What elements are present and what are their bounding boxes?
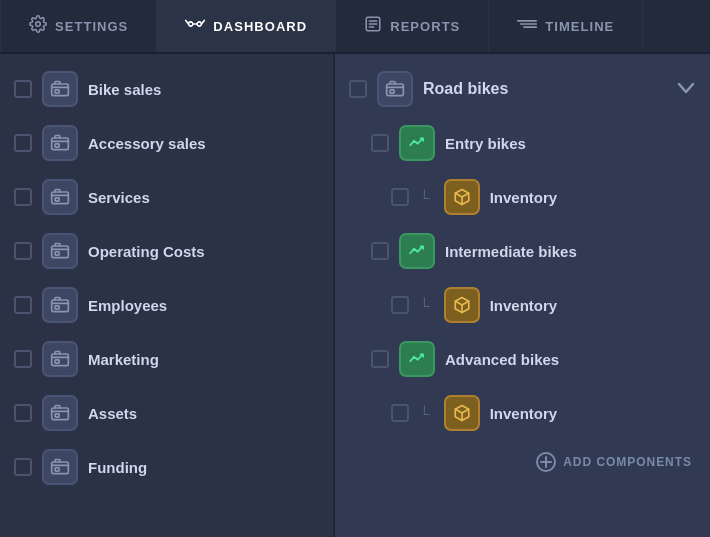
svg-rect-28 [55,468,59,471]
folder-icon-assets [42,395,78,431]
box-icon-advanced-inventory [444,395,480,431]
left-item-services[interactable]: Services [0,170,333,224]
right-item-advanced-bikes[interactable]: Advanced bikes [335,332,710,386]
left-panel: Bike sales Accessory sales [0,54,335,537]
checkbox-intermediate-inventory[interactable] [391,296,409,314]
folder-icon-accessory-sales [42,125,78,161]
right-item-entry-inventory[interactable]: └ Inventory [335,170,710,224]
checkbox-bike-sales[interactable] [14,80,32,98]
svg-point-0 [36,22,41,27]
folder-icon-marketing [42,341,78,377]
right-item-advanced-bikes-label: Advanced bikes [445,351,559,368]
chart-icon-intermediate-bikes [399,233,435,269]
left-item-operating-costs-label: Operating Costs [88,243,205,260]
chevron-down-icon[interactable] [676,79,696,100]
timeline-icon [517,17,537,35]
svg-rect-24 [55,360,59,363]
main-content: Bike sales Accessory sales [0,54,710,537]
left-item-operating-costs[interactable]: Operating Costs [0,224,333,278]
left-item-bike-sales[interactable]: Bike sales [0,62,333,116]
left-item-employees[interactable]: Employees [0,278,333,332]
nav-dashboard[interactable]: DASHBOARD [157,0,336,52]
checkbox-funding[interactable] [14,458,32,476]
svg-rect-17 [52,192,69,204]
right-item-advanced-inventory-label: Inventory [490,405,558,422]
left-item-funding[interactable]: Funding [0,440,333,494]
svg-line-5 [202,20,205,24]
svg-rect-14 [55,90,59,93]
left-item-employees-label: Employees [88,297,167,314]
checkbox-entry-bikes[interactable] [371,134,389,152]
left-item-marketing[interactable]: Marketing [0,332,333,386]
right-item-intermediate-inventory[interactable]: └ Inventory [335,278,710,332]
right-item-intermediate-bikes[interactable]: Intermediate bikes [335,224,710,278]
left-item-bike-sales-label: Bike sales [88,81,161,98]
right-item-intermediate-bikes-label: Intermediate bikes [445,243,577,260]
right-item-advanced-inventory[interactable]: └ Inventory [335,386,710,440]
svg-rect-29 [387,84,404,96]
svg-rect-20 [55,252,59,255]
dashboard-icon [185,15,205,37]
svg-rect-15 [52,138,69,150]
checkbox-operating-costs[interactable] [14,242,32,260]
svg-rect-30 [390,90,394,93]
left-item-services-label: Services [88,189,150,206]
svg-rect-19 [52,246,69,258]
svg-rect-26 [55,414,59,417]
folder-icon-employees [42,287,78,323]
nav-timeline-label: TIMELINE [545,19,614,34]
svg-rect-16 [55,144,59,147]
gear-icon [29,15,47,37]
checkbox-employees[interactable] [14,296,32,314]
right-item-entry-bikes-label: Entry bikes [445,135,526,152]
nav-dashboard-label: DASHBOARD [213,19,307,34]
folder-icon-funding [42,449,78,485]
checkbox-services[interactable] [14,188,32,206]
chart-icon-entry-bikes [399,125,435,161]
add-components-button[interactable]: ADD COMPONENTS [335,440,710,484]
box-icon-entry-inventory [444,179,480,215]
sub-arrow-icon-3: └ [419,405,430,422]
add-components-label: ADD COMPONENTS [563,455,692,469]
svg-line-4 [186,20,189,24]
folder-icon-road-bikes [377,71,413,107]
svg-rect-27 [52,462,69,474]
svg-rect-22 [55,306,59,309]
checkbox-advanced-inventory[interactable] [391,404,409,422]
svg-rect-25 [52,408,69,420]
nav-settings[interactable]: SETTINGS [0,0,157,52]
checkbox-entry-inventory[interactable] [391,188,409,206]
left-item-assets-label: Assets [88,405,137,422]
checkbox-road-bikes[interactable] [349,80,367,98]
checkbox-assets[interactable] [14,404,32,422]
checkbox-accessory-sales[interactable] [14,134,32,152]
left-item-assets[interactable]: Assets [0,386,333,440]
checkbox-intermediate-bikes[interactable] [371,242,389,260]
sub-arrow-icon-2: └ [419,297,430,314]
left-item-accessory-sales-label: Accessory sales [88,135,206,152]
nav-reports[interactable]: REPORTS [336,0,489,52]
chart-icon-advanced-bikes [399,341,435,377]
svg-rect-18 [55,198,59,201]
right-item-entry-inventory-label: Inventory [490,189,558,206]
left-item-funding-label: Funding [88,459,147,476]
top-navigation: SETTINGS DASHBOARD REPORTS [0,0,710,54]
nav-reports-label: REPORTS [390,19,460,34]
box-icon-intermediate-inventory [444,287,480,323]
svg-rect-21 [52,300,69,312]
checkbox-advanced-bikes[interactable] [371,350,389,368]
road-bikes-label: Road bikes [423,80,666,98]
sub-arrow-icon: └ [419,189,430,206]
svg-rect-13 [52,84,69,96]
nav-timeline[interactable]: TIMELINE [489,0,643,52]
add-circle-icon [536,452,556,472]
nav-settings-label: SETTINGS [55,19,128,34]
left-item-accessory-sales[interactable]: Accessory sales [0,116,333,170]
right-item-intermediate-inventory-label: Inventory [490,297,558,314]
checkbox-marketing[interactable] [14,350,32,368]
road-bikes-header[interactable]: Road bikes [335,62,710,116]
right-item-entry-bikes[interactable]: Entry bikes [335,116,710,170]
folder-icon-operating-costs [42,233,78,269]
folder-icon-services [42,179,78,215]
svg-rect-23 [52,354,69,366]
